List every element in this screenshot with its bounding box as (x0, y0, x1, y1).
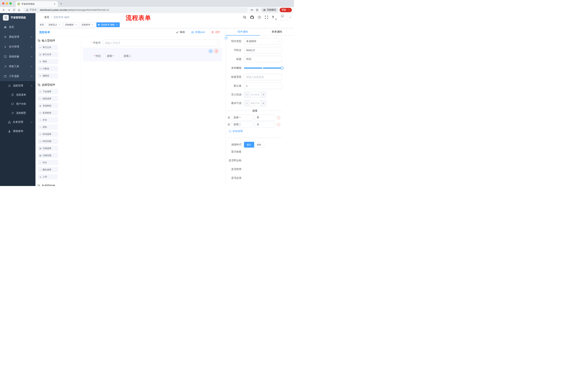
browser-menu-icon[interactable] (287, 9, 290, 11)
hamburger-icon[interactable] (38, 16, 41, 19)
palette-item-multi-text[interactable]: ▤多行文本 (38, 52, 58, 57)
font-size-icon[interactable] (272, 16, 274, 19)
sidebar-item-home[interactable]: 首页 (0, 22, 35, 32)
fullscreen-icon[interactable] (265, 16, 268, 19)
slider-handle[interactable] (281, 67, 284, 70)
home-button[interactable] (17, 8, 21, 12)
palette-item-slider[interactable]: ⊸滑块 (38, 124, 58, 130)
zoom-window-button[interactable] (10, 2, 12, 5)
avatar[interactable] (281, 14, 287, 21)
key-icon[interactable] (250, 8, 254, 12)
user-menu-caret-icon[interactable] (289, 16, 292, 18)
palette-item-cascader[interactable]: ⊢级联选择 (38, 96, 58, 101)
tag-process-definition[interactable]: 流程定义 (47, 22, 62, 27)
gender-option2-checkbox[interactable]: 选项二 (119, 54, 131, 58)
help-icon[interactable] (258, 16, 261, 19)
component-type-select[interactable] (244, 38, 282, 45)
sidebar-item-devtools[interactable]: 研发工具 (0, 62, 35, 71)
breadcrumb-home[interactable]: 首页 (44, 16, 49, 19)
view-json-button[interactable]: 查看json (191, 31, 205, 34)
delete-widget-button[interactable] (214, 49, 218, 53)
close-window-button[interactable] (2, 2, 4, 5)
sidebar-item-payment[interactable]: ¥ 支付管理 (0, 42, 35, 52)
close-icon[interactable] (116, 23, 118, 26)
palette-item-editor[interactable]: ✎编辑器 (38, 73, 58, 78)
field-name-input[interactable] (244, 47, 282, 53)
close-icon[interactable] (74, 23, 77, 26)
phone-field-row[interactable]: 手机号 (83, 40, 222, 46)
palette-item-color-picker[interactable]: ◔颜色选择 (38, 167, 58, 172)
palette-item-password[interactable]: ◈密码 (38, 59, 58, 64)
palette-item-switch[interactable]: ◑开关 (38, 117, 58, 123)
max-select-input[interactable] (250, 100, 261, 106)
close-icon[interactable] (91, 23, 94, 26)
option-value-input[interactable] (255, 122, 275, 128)
tag-process-model[interactable]: 流程模型 (63, 22, 79, 27)
palette-item-checkbox-group[interactable]: ☑多选框组 (38, 110, 58, 116)
tab-form-props[interactable]: 表单属性 (260, 28, 294, 35)
option-value-input[interactable] (255, 115, 275, 120)
tab-component-props[interactable]: 组件属性 (226, 28, 260, 35)
drag-handle-icon[interactable] (228, 116, 230, 119)
clear-button[interactable]: 清空 (211, 31, 220, 34)
sidebar-item-process-manage[interactable]: 流程管理 (0, 81, 35, 90)
palette-item-rate[interactable]: ☆评分 (38, 160, 58, 165)
search-icon[interactable] (243, 16, 246, 19)
increase-button[interactable] (261, 100, 266, 106)
option-label-input[interactable] (231, 115, 253, 120)
label-width-input[interactable] (244, 74, 282, 80)
remove-option-icon[interactable] (277, 123, 280, 126)
palette-item-radio-group[interactable]: ◉单选框组 (38, 103, 58, 108)
sidebar-item-workflow[interactable]: 工作流程 (0, 71, 35, 81)
bookmark-star-icon[interactable] (255, 8, 259, 12)
option-label-input[interactable] (231, 122, 253, 128)
sidebar-item-process-form[interactable]: 流程表单 (0, 90, 35, 99)
tag-process-form-edit[interactable]: 流程表单-编辑 (96, 22, 120, 27)
update-button[interactable]: 更新 (280, 8, 292, 12)
title-input[interactable] (244, 56, 282, 63)
address-bar[interactable]: 不安全 dashboard.yudao.iocoder.cn /bpm/mana… (23, 8, 248, 12)
increase-button[interactable] (261, 92, 266, 97)
sidebar-item-infrastructure[interactable]: 基础设施 (0, 52, 35, 62)
gender-widget-selected[interactable]: 性别 选项一 选项二 (83, 48, 222, 61)
form-canvas[interactable]: 手机号 (81, 36, 226, 186)
min-select-input[interactable] (250, 92, 261, 97)
link-tag-button[interactable] (224, 36, 228, 40)
decrease-button[interactable] (244, 100, 250, 106)
sidebar-item-user-group[interactable]: 用户分组 (0, 99, 35, 108)
close-tab-icon[interactable] (53, 2, 56, 5)
copy-widget-button[interactable] (209, 49, 213, 53)
back-button[interactable] (1, 8, 6, 12)
sidebar-item-process-model[interactable]: 流程模型 (0, 108, 35, 117)
save-button[interactable]: 保存 (176, 31, 185, 34)
form-grid-slider[interactable] (244, 65, 282, 71)
style-default-button[interactable]: 默认 (244, 142, 254, 148)
add-option-button[interactable]: 添加选项 (229, 130, 282, 133)
close-icon[interactable] (58, 23, 61, 26)
default-value-input[interactable] (244, 83, 282, 89)
gender-option1-checkbox[interactable]: 选项一 (103, 54, 115, 58)
style-button-button[interactable]: 按钮 (254, 142, 264, 148)
new-tab-button[interactable] (60, 2, 62, 6)
reload-button[interactable] (12, 8, 16, 12)
remove-option-icon[interactable] (277, 116, 280, 119)
github-icon[interactable] (250, 16, 254, 19)
sidebar-item-leave-query[interactable]: 请假查询 (0, 127, 35, 136)
palette-item-upload[interactable]: ☁上传 (38, 174, 58, 180)
minimize-window-button[interactable] (6, 2, 8, 5)
tag-home[interactable]: 首页 (38, 22, 46, 27)
phone-input[interactable] (103, 40, 219, 46)
palette-item-time-picker[interactable]: ◷时间选择 (38, 131, 58, 137)
forward-button[interactable] (7, 8, 11, 12)
palette-item-date-range[interactable]: ▩日期范围 (38, 153, 58, 158)
decrease-button[interactable] (244, 92, 250, 97)
palette-item-date-picker[interactable]: ▦日期选择 (38, 146, 58, 151)
tag-process-form[interactable]: 流程表单 (80, 22, 95, 27)
browser-tab[interactable]: 芋道管理系统 (16, 1, 58, 7)
drag-handle-icon[interactable] (228, 123, 230, 126)
palette-item-single-text[interactable]: ▭单行文本 (38, 45, 58, 50)
palette-item-counter[interactable]: 123计数器 (38, 66, 58, 71)
sidebar-item-task-manage[interactable]: 任务管理 (0, 117, 35, 127)
palette-item-time-range[interactable]: ◶时间范围 (38, 138, 58, 144)
palette-item-select[interactable]: ⊙下拉选择 (38, 89, 58, 94)
